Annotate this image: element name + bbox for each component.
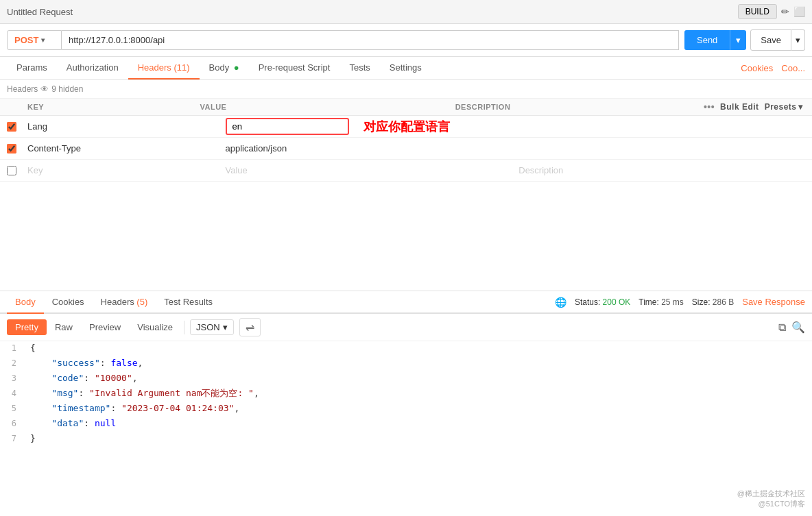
line-content-4: "msg": "Invalid Argument nam不能为空: ", (27, 386, 812, 401)
response-section: Body Cookies Headers (5) Test Results 🌐 … (0, 291, 812, 447)
code-line-3: 3 "code": "10000", (0, 371, 812, 386)
top-bar: Untitled Request BUILD ✏ ⬜ (0, 0, 812, 24)
method-chevron-icon: ▾ (41, 36, 45, 44)
tab-params[interactable]: Params (7, 57, 57, 79)
tab-headers[interactable]: Headers (11) (128, 57, 200, 79)
line-content-2: "success": false, (27, 356, 812, 371)
header-row-lang: Lang 对应你配置语言 (0, 116, 812, 138)
row-check-content-type[interactable] (7, 144, 27, 153)
format-tabs: Pretty Raw Preview Visualize JSON ▾ ⇌ ⧉ … (0, 314, 812, 341)
fmt-tab-visualize[interactable]: Visualize (129, 319, 181, 335)
search-button[interactable]: 🔍 (791, 321, 805, 334)
placeholder-value[interactable]: Value (219, 165, 512, 175)
placeholder-key[interactable]: Key (27, 165, 219, 175)
tab-body[interactable]: Body ● (200, 57, 249, 79)
wrap-button[interactable]: ⇌ (239, 318, 261, 336)
tab-prerequest[interactable]: Pre-request Script (249, 57, 340, 79)
send-dropdown-button[interactable]: ▾ (730, 30, 746, 50)
placeholder-check[interactable] (7, 166, 27, 175)
build-button[interactable]: BUILD (738, 4, 777, 19)
status-label: Status: 200 OK (575, 297, 630, 307)
lang-value: 对应你配置语言 (219, 118, 512, 135)
top-actions: BUILD ✏ ⬜ (738, 4, 805, 19)
resp-tab-body[interactable]: Body (7, 291, 44, 314)
code-line-7: 7 } (0, 432, 812, 447)
line-content-3: "code": "10000", (27, 371, 812, 386)
response-status-area: 🌐 Status: 200 OK Time: 25 ms Size: 286 B… (555, 297, 805, 308)
fmt-tab-pretty[interactable]: Pretty (7, 319, 47, 335)
time-value: 25 ms (661, 297, 684, 307)
headers-meta: Headers 👁 9 hidden (0, 80, 812, 99)
hidden-count-label: 9 hidden (51, 84, 83, 94)
close-icon-button[interactable]: ⬜ (793, 6, 805, 17)
lang-key: Lang (27, 121, 219, 132)
tab-right-links: Cookies Coo... (741, 63, 805, 73)
headers-section: Headers 👁 9 hidden KEY VALUE DESCRIPTION… (0, 80, 812, 182)
code-line-4: 4 "msg": "Invalid Argument nam不能为空: ", (0, 386, 812, 402)
line-num-4: 4 (0, 386, 27, 400)
lang-value-input[interactable] (226, 118, 349, 135)
header-row-content-type: Content-Type application/json (0, 138, 812, 160)
save-response-button[interactable]: Save Response (742, 297, 805, 307)
save-group: Save ▾ (750, 29, 805, 51)
status-value: 200 OK (603, 297, 631, 307)
method-label: POST (14, 35, 38, 45)
content-type-checkbox[interactable] (7, 144, 16, 153)
time-label: Time: 25 ms (638, 297, 684, 307)
placeholder-description[interactable]: Description (512, 165, 805, 175)
fmt-tab-raw[interactable]: Raw (47, 319, 81, 335)
copy-button[interactable]: ⧉ (778, 321, 786, 334)
tab-settings[interactable]: Settings (380, 57, 431, 79)
json-chevron-icon: ▾ (223, 322, 228, 332)
content-type-key: Content-Type (27, 143, 219, 153)
size-value: 286 B (713, 297, 734, 307)
json-format-select[interactable]: JSON ▾ (190, 319, 234, 335)
url-input[interactable] (62, 30, 679, 50)
more-options-button[interactable]: ••• (704, 101, 715, 112)
send-button[interactable]: Send (684, 30, 730, 50)
presets-button[interactable]: Presets ▾ (765, 102, 802, 112)
code-line-1: 1 { (0, 341, 812, 356)
format-right-actions: ⧉ 🔍 (778, 321, 805, 334)
code-line-6: 6 "data": null (0, 417, 812, 432)
line-content-1: { (27, 341, 812, 356)
bulk-edit-button[interactable]: Bulk Edit (720, 102, 759, 112)
code-line-2: 2 "success": false, (0, 356, 812, 371)
resp-tab-headers[interactable]: Headers (5) (93, 291, 156, 314)
line-content-7: } (27, 432, 812, 446)
globe-icon: 🌐 (555, 297, 566, 308)
line-content-5: "timestamp": "2023-07-04 01:24:03", (27, 402, 812, 416)
save-button[interactable]: Save (750, 29, 791, 51)
tab-authorization[interactable]: Authorization (57, 57, 128, 79)
empty-area (0, 182, 812, 291)
resp-tab-test-results[interactable]: Test Results (156, 291, 221, 314)
line-num-3: 3 (0, 371, 27, 385)
method-select[interactable]: POST ▾ (7, 30, 62, 50)
edit-icon-button[interactable]: ✏ (781, 6, 789, 17)
line-num-7: 7 (0, 432, 27, 445)
fmt-tab-preview[interactable]: Preview (81, 319, 129, 335)
eye-icon: 👁 (40, 84, 49, 94)
line-num-1: 1 (0, 341, 27, 355)
row-check-lang[interactable] (7, 122, 27, 132)
lang-checkbox[interactable] (7, 122, 16, 132)
cookies-link[interactable]: Cookies (741, 63, 773, 73)
request-tabs: Params Authorization Headers (11) Body ●… (0, 57, 812, 80)
key-column-header: KEY (27, 103, 193, 111)
tab-tests[interactable]: Tests (339, 57, 379, 79)
code-link[interactable]: Coo... (781, 63, 805, 73)
resp-tab-cookies[interactable]: Cookies (44, 291, 93, 314)
headers-label: Headers (7, 84, 38, 94)
presets-chevron-icon: ▾ (798, 102, 803, 112)
url-bar: POST ▾ Send ▾ Save ▾ (0, 24, 812, 57)
line-num-6: 6 (0, 417, 27, 430)
format-divider (184, 321, 184, 334)
table-header-actions: ••• Bulk Edit Presets ▾ (704, 101, 805, 112)
save-dropdown-button[interactable]: ▾ (791, 29, 805, 51)
placeholder-checkbox[interactable] (7, 166, 16, 175)
line-num-5: 5 (0, 402, 27, 415)
response-code-area: 1 { 2 "success": false, 3 "code": "10000… (0, 341, 812, 447)
response-tabs: Body Cookies Headers (5) Test Results 🌐 … (0, 291, 812, 314)
lang-annotation: 对应你配置语言 (363, 119, 450, 135)
value-column-header: VALUE (193, 103, 448, 111)
